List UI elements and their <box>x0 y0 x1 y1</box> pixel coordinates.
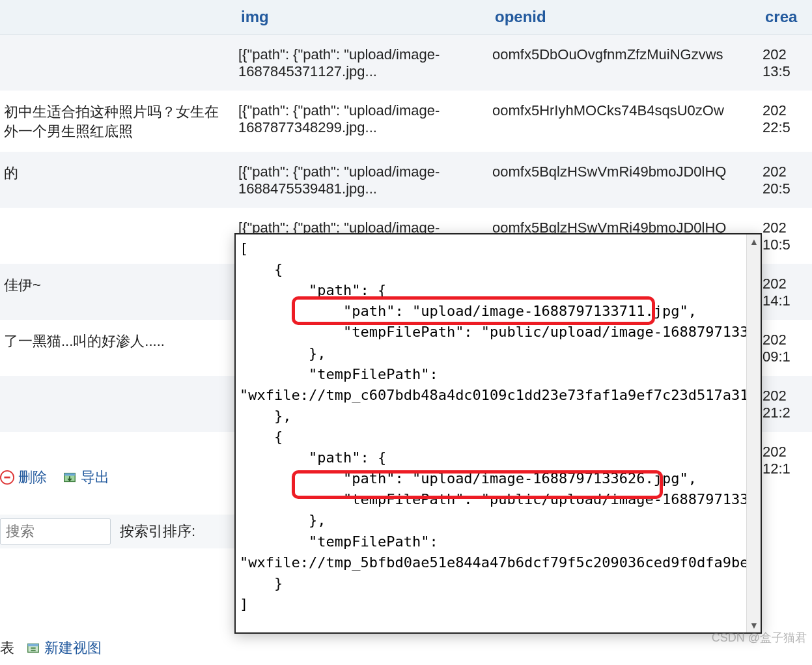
bottom-bar: 表 新建视图 <box>0 638 102 658</box>
cell-c4: 202 20:5 <box>759 152 812 208</box>
cell-c4: 202 12:1 <box>759 432 812 488</box>
cell-c1 <box>0 35 234 91</box>
cell-c1 <box>0 376 234 432</box>
cell-c4: 202 22:5 <box>759 91 812 152</box>
new-view-label: 新建视图 <box>44 638 102 658</box>
table-row[interactable]: 的[{"path": {"path": "upload/image-168847… <box>0 152 812 208</box>
cell-c1: 了一黑猫...叫的好渗人..... <box>0 320 234 376</box>
table-header-row: img openid crea <box>0 0 812 35</box>
json-detail-popup: [ { "path": { "path": "upload/image-1688… <box>234 233 762 634</box>
export-button[interactable]: 导出 <box>63 468 109 487</box>
column-header-create[interactable]: crea <box>759 0 812 35</box>
cell-c1: 佳伊~ <box>0 264 234 320</box>
new-view-button[interactable]: 新建视图 <box>26 638 102 658</box>
cell-c2: [{"path": {"path": "upload/image-1687845… <box>234 35 488 91</box>
cell-c4: 202 14:1 <box>759 264 812 320</box>
sort-by-index-label: 按索引排序: <box>120 522 195 541</box>
delete-label: 删除 <box>18 468 47 487</box>
export-icon <box>63 470 77 485</box>
cell-c2: [{"path": {"path": "upload/image-1688475… <box>234 152 488 208</box>
scroll-up-arrow[interactable]: ▲ <box>747 234 761 249</box>
cell-c4: 202 13:5 <box>759 35 812 91</box>
column-header-text[interactable] <box>0 0 234 35</box>
delete-button[interactable]: 删除 <box>0 468 47 487</box>
search-input[interactable] <box>0 518 111 545</box>
cell-c3: oomfx5HrIyhMOCks74B4sqsU0zOw <box>488 91 759 152</box>
delete-icon <box>0 470 14 485</box>
search-row: 按索引排序: <box>0 515 234 548</box>
watermark-text: CSDN @盒子猫君 <box>712 630 807 645</box>
cell-c1: 初中生适合拍这种照片吗？女生在外一个男生照红底照 <box>0 91 234 152</box>
column-header-openid[interactable]: openid <box>488 0 759 35</box>
json-text[interactable]: [ { "path": { "path": "upload/image-1688… <box>240 238 746 629</box>
table-row[interactable]: [{"path": {"path": "upload/image-1687845… <box>0 35 812 91</box>
export-label: 导出 <box>81 468 109 487</box>
tab-table[interactable]: 表 <box>0 638 14 658</box>
svg-rect-5 <box>28 644 39 647</box>
cell-c3: oomfx5BqlzHSwVmRi49bmoJD0lHQ <box>488 152 759 208</box>
cell-c4: 202 10:5 <box>759 208 812 264</box>
table-row[interactable]: 初中生适合拍这种照片吗？女生在外一个男生照红底照[{"path": {"path… <box>0 91 812 152</box>
scrollbar[interactable]: ▲ ▼ <box>746 234 761 632</box>
action-bar: 删除 导出 <box>0 468 109 487</box>
new-view-icon <box>26 641 40 655</box>
svg-rect-3 <box>64 474 76 476</box>
cell-c1: 的 <box>0 152 234 208</box>
cell-c3: oomfx5DbOuOvgfnmZfzMuiNGzvws <box>488 35 759 91</box>
cell-c4: 202 21:2 <box>759 376 812 432</box>
column-header-img[interactable]: img <box>234 0 488 35</box>
cell-c1 <box>0 208 234 264</box>
cell-c4: 202 09:1 <box>759 320 812 376</box>
cell-c2: [{"path": {"path": "upload/image-1687877… <box>234 91 488 152</box>
